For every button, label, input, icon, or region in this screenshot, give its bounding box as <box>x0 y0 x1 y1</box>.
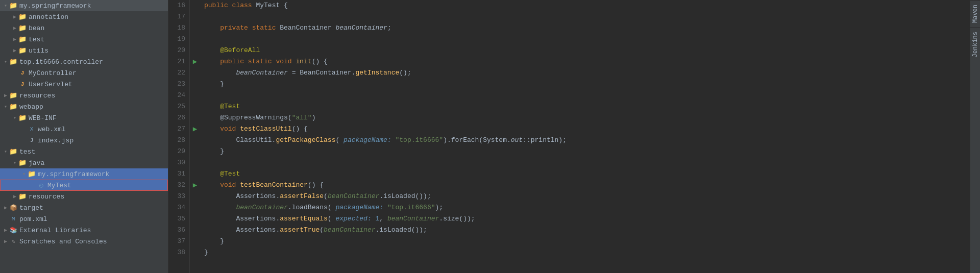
code-line: void testClassUtil() { <box>204 123 970 135</box>
folder-icon: 📁 <box>9 103 17 111</box>
tree-item-target[interactable]: ▶📦target <box>0 202 168 213</box>
gutter-icons: ▶▶▶ <box>190 0 200 273</box>
code-token <box>204 202 236 213</box>
tree-item-label: test <box>19 148 35 156</box>
code-token: out <box>511 135 523 146</box>
tree-item-annotation[interactable]: ▶📁annotation <box>0 11 168 22</box>
code-token: ( <box>324 191 328 202</box>
gutter-icon-line <box>190 247 200 258</box>
gutter-icon-line <box>190 112 200 123</box>
tree-item-scratches[interactable]: ▶✎Scratches and Consoles <box>0 236 168 247</box>
tree-item-pom-xml[interactable]: Mpom.xml <box>0 213 168 225</box>
run-icon[interactable]: ▶ <box>193 123 197 135</box>
line-number: 33 <box>168 191 185 202</box>
code-token: private <box>204 22 252 34</box>
gutter-icon-line <box>190 101 200 112</box>
tree-arrow: ▶ <box>2 205 9 211</box>
line-number: 34 <box>168 202 185 213</box>
code-token: "top.it6666" <box>387 202 435 213</box>
folder-icon: 📁 <box>18 13 27 21</box>
code-line: void testBeanContainer() { <box>204 180 970 191</box>
right-tab-maven[interactable]: Maven <box>970 0 981 27</box>
tree-item-webapp[interactable]: ▾📁webapp <box>0 101 168 112</box>
folder-icon: 📁 <box>9 58 17 66</box>
code-token: class <box>232 0 256 11</box>
gutter-icon-line <box>190 191 200 202</box>
code-token: Assertions. <box>204 225 280 236</box>
tree-arrow: ▾ <box>11 160 18 166</box>
code-token: assertTrue <box>280 225 320 236</box>
line-number: 20 <box>168 45 185 56</box>
tree-item-java-dir[interactable]: ▾📁java <box>0 157 168 168</box>
run-icon[interactable]: ▶ <box>193 180 197 191</box>
tree-item-label: resources <box>19 92 55 100</box>
run-icon[interactable]: ▶ <box>193 56 197 67</box>
tree-item-label: webapp <box>19 103 43 111</box>
folder-icon: 📁 <box>9 91 17 100</box>
right-tab-jenkins[interactable]: Jenkins <box>970 27 981 61</box>
tree-item-utils[interactable]: ▶📁utils <box>0 45 168 56</box>
tree-item-my-controller[interactable]: JMyController <box>0 67 168 79</box>
code-line: @Test <box>204 101 970 112</box>
code-token: ) <box>312 112 316 123</box>
code-token: testBeanContainer <box>240 180 308 191</box>
tree-item-web-inf[interactable]: ▾📁WEB-INF <box>0 112 168 123</box>
gutter-icon-line <box>190 236 200 247</box>
code-token: () { <box>312 56 328 67</box>
code-token: .isLoaded()); <box>379 191 431 202</box>
code-token: BeanContainer <box>280 22 335 34</box>
tree-item-mytest[interactable]: ◎MyTest <box>0 180 168 191</box>
line-number: 32 <box>168 180 185 191</box>
code-token: public <box>204 0 232 11</box>
folder-icon: 📁 <box>18 24 27 32</box>
gutter-icon-line <box>190 67 200 79</box>
code-token: void <box>204 123 240 135</box>
tree-arrow: ▾ <box>2 104 9 110</box>
code-token: ( <box>328 213 336 225</box>
tree-item-resources2[interactable]: ▶📁resources <box>0 191 168 202</box>
tree-item-label: MyController <box>29 69 77 77</box>
code-token: } <box>204 79 224 90</box>
tree-item-test-root[interactable]: ▾📁test <box>0 146 168 157</box>
jsp-file-icon: J <box>28 136 36 144</box>
folder-icon: 📁 <box>18 35 27 43</box>
line-number: 30 <box>168 157 185 168</box>
tree-item-label: target <box>19 204 43 212</box>
tree-item-label: resources <box>29 193 64 201</box>
gutter-icon-line: ▶ <box>190 180 200 191</box>
tree-item-external-libs[interactable]: ▶📚External Libraries <box>0 225 168 236</box>
code-token: beanContainer <box>335 22 387 34</box>
folder-icon: 📁 <box>18 159 27 167</box>
code-token: Assertions. <box>204 213 280 225</box>
tree-arrow: ▾ <box>11 115 18 121</box>
code-token: ).forEach(System. <box>443 135 511 146</box>
tree-item-web-xml[interactable]: Xweb.xml <box>0 123 168 135</box>
tree-item-label: Scratches and Consoles <box>19 238 107 245</box>
line-number: 21 <box>168 56 185 67</box>
code-token: beanContainer <box>204 67 288 79</box>
code-content[interactable]: public class MyTest { private static Bea… <box>200 0 970 273</box>
gutter-icon-line <box>190 22 200 34</box>
line-number: 31 <box>168 168 185 180</box>
gutter-icon-line <box>190 135 200 146</box>
code-token: static <box>252 22 280 34</box>
tree-item-my-springframework-test[interactable]: ▾📁my.springframework <box>0 168 168 180</box>
code-line: } <box>204 247 970 258</box>
tree-item-test-folder[interactable]: ▶📁test <box>0 34 168 45</box>
code-token: () { <box>308 180 324 191</box>
tree-arrow: ▾ <box>20 171 28 177</box>
code-token: ::println); <box>523 135 567 146</box>
code-token: ; <box>387 22 391 34</box>
tree-item-resources[interactable]: ▶📁resources <box>0 90 168 101</box>
tree-item-bean[interactable]: ▶📁bean <box>0 22 168 34</box>
tree-item-index-jsp[interactable]: Jindex.jsp <box>0 135 168 146</box>
tree-item-my-springframework[interactable]: ▾📁my.springframework <box>0 0 168 11</box>
code-line: Assertions.assertEquals( expected: 1, be… <box>204 213 970 225</box>
tree-item-user-servlet[interactable]: JUserServlet <box>0 79 168 90</box>
code-token: Assertions. <box>204 191 280 202</box>
tree-item-top-it6666[interactable]: ▾📁top.it6666.controller <box>0 56 168 67</box>
gutter-icon-line <box>190 225 200 236</box>
code-token: } <box>204 236 224 247</box>
java-file-icon: J <box>18 69 27 77</box>
project-sidebar[interactable]: ▾📁my.springframework▶📁annotation▶📁bean▶📁… <box>0 0 168 273</box>
